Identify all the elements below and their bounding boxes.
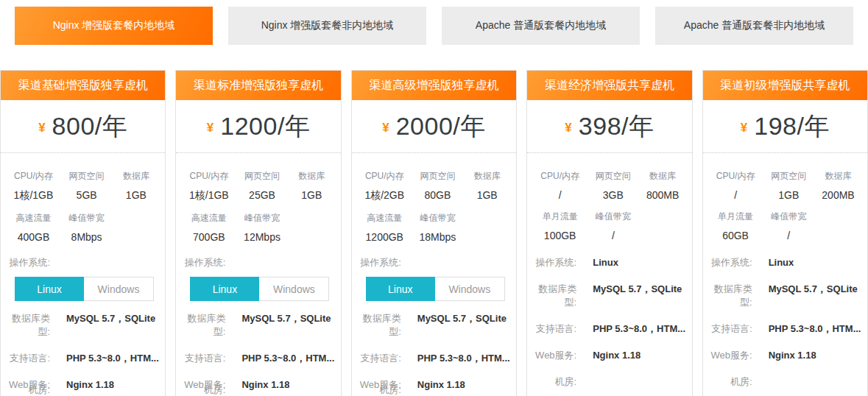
bandwidth-label: 峰值带宽 [59, 202, 114, 224]
os-label: 操作系统: [178, 256, 225, 269]
cpu-value: 1核/1GB [183, 183, 234, 202]
os-option-windows[interactable]: Windows [435, 277, 505, 301]
spec-row-1: CPU/内存 网页空间 数据库 1核/2GB 80GB 1GB [359, 160, 509, 202]
price-amount: 800 [52, 112, 95, 141]
traffic-value: 100GB [534, 223, 585, 241]
cpu-label: CPU/内存 [710, 160, 761, 183]
os-label: 操作系统: [529, 256, 576, 269]
card-title: 渠道经济增强版共享虚机 [527, 71, 691, 100]
db-type-label: 数据库类型: [529, 283, 576, 309]
db-type-value: MySQL 5.7，SQLite [417, 312, 507, 339]
language-value: PHP 5.3~8.0，HTM... [66, 352, 159, 365]
web-server-value: Nginx 1.18 [593, 349, 641, 362]
webspace-value: 3GB [585, 183, 641, 201]
os-label: 操作系统: [705, 256, 752, 269]
price-period: /年 [797, 110, 829, 144]
bandwidth-value: / [761, 223, 816, 241]
price-amount: 1200 [220, 112, 278, 141]
traffic-label: 单月流量 [710, 201, 761, 223]
traffic-value: 400GB [8, 224, 59, 243]
db-type-row: 数据库类型: MySQL 5.7，SQLite [354, 312, 512, 339]
price-row: ¥ 800 /年 [1, 100, 165, 153]
os-row-text: 操作系统: Linux [529, 256, 687, 269]
os-option-windows[interactable]: Windows [259, 277, 329, 301]
db-type-row: 数据库类型: MySQL 5.7，SQLite [3, 312, 160, 339]
price-period: /年 [621, 110, 654, 144]
bandwidth-label: 峰值带宽 [410, 202, 465, 224]
database-value: 800MB [641, 183, 685, 201]
datacenter-label: 机房: [705, 375, 752, 389]
database-label: 数据库 [816, 160, 860, 183]
package-tabs: Nginx 增强版套餐内地地域 Nginx 增强版套餐非内地地域 Apache … [15, 7, 853, 45]
detail-section: 操作系统: Linux Windows 操作系统: Linux 数据库类型: M… [1, 243, 165, 396]
cpu-label: CPU/内存 [359, 160, 410, 183]
webspace-label: 网页空间 [585, 160, 641, 183]
detail-section: 操作系统: 操作系统: Linux 数据库类型: MySQL 5.7，SQLit… [527, 241, 691, 389]
cpu-value: 1核/1GB [8, 183, 59, 202]
os-label: 操作系统: [3, 256, 50, 269]
currency-symbol: ¥ [382, 121, 389, 135]
language-value: PHP 5.3~8.0，HTM... [417, 352, 510, 365]
db-type-value: MySQL 5.7，SQLite [593, 283, 682, 309]
spec-row-1: CPU/内存 网页空间 数据库 / 3GB 800MB [534, 160, 684, 201]
language-value: PHP 5.3~8.0，HTM... [593, 322, 685, 336]
os-option-linux[interactable]: Linux [190, 277, 259, 301]
os-toggle: Linux Windows [366, 277, 505, 301]
web-server-row: Web服务: Nginx 1.18 [705, 349, 863, 362]
tab-apache-basic-non-mainland[interactable]: Apache 普通版套餐非内地地域 [655, 7, 853, 45]
os-toggle: Linux Windows [15, 277, 154, 301]
database-label: 数据库 [641, 160, 685, 183]
webspace-label: 网页空间 [410, 160, 465, 183]
price-amount: 2000 [396, 112, 454, 141]
os-option-linux[interactable]: Linux [366, 277, 435, 301]
language-row: 支持语言: PHP 5.3~8.0，HTM... [529, 322, 687, 336]
web-server-value: Nginx 1.18 [417, 378, 465, 392]
os-option-linux[interactable]: Linux [15, 277, 84, 301]
webspace-label: 网页空间 [761, 160, 816, 183]
bandwidth-label: 峰值带宽 [585, 201, 641, 223]
os-value: Linux [593, 256, 618, 269]
cpu-label: CPU/内存 [183, 160, 234, 183]
db-type-label: 数据库类型: [178, 312, 225, 339]
pricing-card: 渠道经济增强版共享虚机 ¥ 398 /年 CPU/内存 网页空间 数据库 / 3… [526, 70, 692, 396]
price-amount: 198 [754, 112, 797, 141]
cpu-value: 1核/2GB [359, 183, 410, 202]
currency-symbol: ¥ [38, 121, 45, 135]
language-row: 支持语言: PHP 5.3~8.0，HTM... [3, 352, 160, 365]
language-row: 支持语言: PHP 5.3~8.0，HTM... [354, 352, 512, 365]
spec-section: CPU/内存 网页空间 数据库 / 1GB 200MB 单月流量 峰值带宽 60… [703, 153, 867, 241]
spec-row-1: CPU/内存 网页空间 数据库 1核/1GB 5GB 1GB [8, 160, 158, 202]
tab-apache-basic-mainland[interactable]: Apache 普通版套餐内地地域 [442, 7, 640, 45]
web-server-value: Nginx 1.18 [241, 378, 289, 392]
tab-nginx-enhanced-mainland[interactable]: Nginx 增强版套餐内地地域 [15, 7, 213, 45]
language-value: PHP 5.3~8.0，HTM... [769, 322, 861, 336]
bandwidth-value: 12Mbps [234, 224, 289, 243]
card-title: 渠道初级增强版共享虚机 [703, 71, 867, 100]
traffic-label: 单月流量 [534, 201, 585, 223]
database-label: 数据库 [290, 160, 334, 183]
os-option-windows[interactable]: Windows [84, 277, 154, 301]
tab-nginx-enhanced-non-mainland[interactable]: Nginx 增强版套餐非内地地域 [228, 7, 426, 45]
pricing-card: 渠道标准增强版独享虚机 ¥ 1200 /年 CPU/内存 网页空间 数据库 1核… [175, 70, 341, 396]
spec-row-2: 单月流量 峰值带宽 60GB / [710, 201, 860, 241]
traffic-label: 高速流量 [359, 202, 410, 224]
card-title: 渠道高级增强版独享虚机 [352, 71, 516, 100]
datacenter-row: 机房: [529, 375, 687, 389]
os-value: Linux [769, 256, 794, 269]
price-period: /年 [453, 110, 485, 144]
db-type-row: 数据库类型: MySQL 5.7，SQLite [529, 283, 687, 309]
db-type-value: MySQL 5.7，SQLite [66, 312, 155, 339]
cpu-value: / [710, 183, 761, 201]
webspace-value: 80GB [410, 183, 465, 202]
database-value: 1GB [290, 183, 334, 202]
web-server-value: Nginx 1.18 [769, 349, 816, 362]
traffic-value: 1200GB [359, 224, 410, 243]
spec-section: CPU/内存 网页空间 数据库 1核/1GB 25GB 1GB 高速流量 峰值带… [176, 153, 340, 243]
bandwidth-value: / [585, 223, 641, 241]
datacenter-label: 机房: [529, 375, 576, 389]
cpu-label: CPU/内存 [8, 160, 59, 183]
db-type-value: MySQL 5.7，SQLite [769, 283, 858, 309]
price-amount: 398 [579, 112, 621, 141]
language-value: PHP 5.3~8.0，HTM... [241, 352, 334, 365]
pricing-card: 渠道基础增强版独享虚机 ¥ 800 /年 CPU/内存 网页空间 数据库 1核/… [0, 70, 166, 396]
